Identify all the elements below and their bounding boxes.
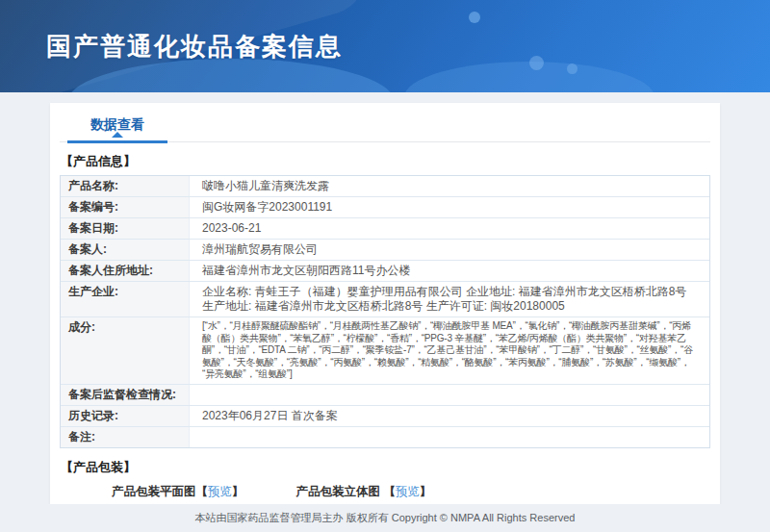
- packaging-flat-item: 产品包装平面图【预览】: [112, 484, 244, 500]
- row-value: 2023-06-21: [190, 218, 709, 239]
- table-row: 备案日期: 2023-06-21: [61, 218, 709, 240]
- row-value: [190, 385, 709, 405]
- tab-bar: 数据查看: [60, 103, 710, 142]
- bracket: 【: [383, 485, 396, 498]
- row-label: 备案人住所地址:: [61, 261, 190, 281]
- tab-data-view[interactable]: 数据查看: [67, 116, 167, 143]
- bracket: 【: [196, 485, 209, 498]
- table-row: 备案后监督检查情况:: [61, 385, 709, 406]
- product-info-section-title: 【产品信息】: [61, 153, 710, 170]
- packaging-stereo-item: 产品包装立体图 【预览】: [296, 484, 432, 500]
- packaging-stereo-label: 产品包装立体图: [296, 485, 384, 498]
- header-decoration: [529, 56, 544, 70]
- page-header: 国产普通化妆品备案信息: [0, 0, 770, 92]
- row-value: 福建省漳州市龙文区朝阳西路11号办公楼: [190, 261, 709, 281]
- bracket: 】: [232, 485, 244, 498]
- row-value: 闽G妆网备字2023001191: [190, 197, 709, 217]
- footer-copyright: 本站由国家药品监督管理局主办 版权所有 Copyright © NMPA All…: [195, 511, 576, 525]
- row-label: 成分:: [61, 317, 190, 384]
- row-value: 2023年06月27日 首次备案: [190, 406, 709, 426]
- product-info-table: 产品名称: 啵噜小猫儿童清爽洗发露 备案编号: 闽G妆网备字2023001191…: [60, 175, 710, 448]
- content-card: 数据查看 【产品信息】 产品名称: 啵噜小猫儿童清爽洗发露 备案编号: 闽G妆网…: [50, 103, 720, 532]
- row-label: 备案人:: [61, 240, 190, 260]
- table-row: 产品名称: 啵噜小猫儿童清爽洗发露: [61, 176, 709, 197]
- row-value: [190, 427, 709, 447]
- table-row: 成分: [“水”，“月桂醇聚醚硫酸酯钠”，“月桂酰两性基乙酸钠”，“椰油酰胺甲基…: [61, 317, 709, 385]
- stereo-preview-link[interactable]: 预览: [396, 485, 420, 498]
- row-label: 历史记录:: [61, 406, 190, 426]
- row-value: 啵噜小猫儿童清爽洗发露: [190, 176, 709, 196]
- row-value: 漳州瑞航贸易有限公司: [190, 240, 709, 260]
- header-decoration: [567, 63, 578, 74]
- row-label: 备案后监督检查情况:: [61, 385, 190, 405]
- flat-preview-link[interactable]: 预览: [208, 485, 232, 498]
- header-decoration: [469, 12, 480, 23]
- bracket: 】: [420, 485, 432, 498]
- row-label: 备注:: [61, 427, 190, 447]
- packaging-flat-label: 产品包装平面图: [112, 485, 196, 498]
- row-value: 企业名称: 青蛙王子（福建）婴童护理用品有限公司 企业地址: 福建省漳州市龙文区…: [190, 282, 709, 317]
- table-row: 历史记录: 2023年06月27日 首次备案: [61, 406, 709, 427]
- table-row: 备案编号: 闽G妆网备字2023001191: [61, 197, 709, 218]
- row-value-ingredients: [“水”，“月桂醇聚醚硫酸酯钠”，“月桂酰两性基乙酸钠”，“椰油酰胺甲基 MEA…: [190, 317, 709, 384]
- page-title: 国产普通化妆品备案信息: [46, 30, 343, 63]
- row-label: 备案编号:: [61, 197, 190, 217]
- table-row: 备注:: [61, 427, 709, 447]
- row-label: 生产企业:: [61, 282, 190, 317]
- table-row: 备案人住所地址: 福建省漳州市龙文区朝阳西路11号办公楼: [61, 261, 709, 282]
- row-label: 产品名称:: [61, 176, 190, 196]
- footer: 本站由国家药品监督管理局主办 版权所有 Copyright © NMPA All…: [0, 504, 770, 532]
- table-row: 生产企业: 企业名称: 青蛙王子（福建）婴童护理用品有限公司 企业地址: 福建省…: [61, 282, 709, 317]
- table-row: 备案人: 漳州瑞航贸易有限公司: [61, 240, 709, 261]
- row-label: 备案日期:: [61, 218, 190, 239]
- packaging-section-title: 【产品包装】: [61, 459, 710, 476]
- packaging-row: 产品包装平面图【预览】 产品包装立体图 【预览】: [112, 484, 710, 500]
